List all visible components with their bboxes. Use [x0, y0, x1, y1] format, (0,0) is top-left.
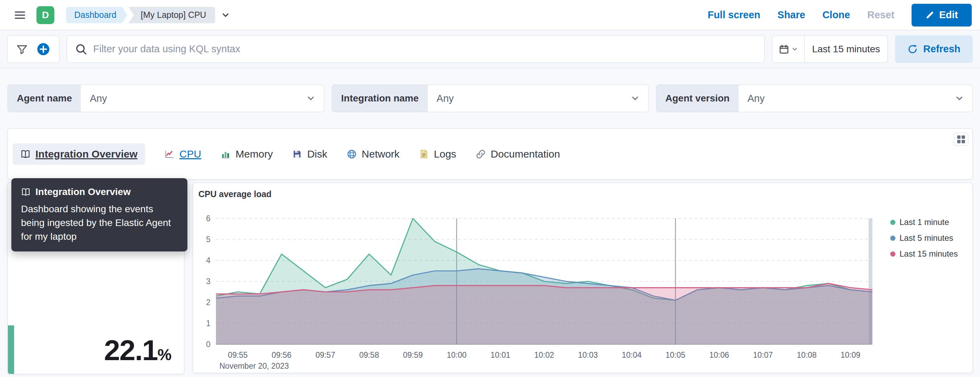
- edit-button-label: Edit: [939, 9, 958, 21]
- clone-link[interactable]: Clone: [822, 9, 850, 21]
- chevron-down-icon: [221, 10, 231, 20]
- breadcrumb-dashboard[interactable]: Dashboard: [66, 7, 127, 23]
- chevron-down-icon: [306, 94, 316, 103]
- tab-label: Integration Overview: [35, 148, 138, 160]
- svg-text:4: 4: [206, 256, 210, 265]
- tooltip-title: Integration Overview: [35, 186, 130, 197]
- metric-accent-bar: [8, 325, 14, 374]
- tab-label: Documentation: [491, 148, 560, 160]
- book-icon: [21, 187, 30, 197]
- add-filter-button[interactable]: [37, 42, 50, 56]
- tab-disk[interactable]: Disk: [292, 148, 327, 160]
- hamburger-menu-button[interactable]: [10, 5, 30, 25]
- control-value: Any: [81, 93, 306, 104]
- legend-item-last-5-minutes[interactable]: Last 5 minutes: [890, 233, 958, 243]
- svg-text:5: 5: [206, 235, 210, 244]
- reset-link[interactable]: Reset: [867, 9, 894, 21]
- links-panel: Integration Overview CPU Memory Disk Net…: [8, 128, 973, 180]
- tab-label: Logs: [434, 148, 456, 160]
- svg-text:November 20, 2023: November 20, 2023: [220, 361, 289, 371]
- space-avatar[interactable]: D: [37, 6, 54, 24]
- filter-controls-group: [7, 35, 59, 63]
- integration-overview-tooltip: Integration Overview Dashboard showing t…: [11, 178, 188, 251]
- svg-text:10:05: 10:05: [666, 350, 686, 360]
- pencil-icon: [925, 11, 934, 20]
- control-label: Integration name: [332, 85, 428, 112]
- chevron-down-icon: [630, 94, 640, 103]
- svg-text:10:07: 10:07: [753, 350, 773, 360]
- tab-label: Disk: [307, 148, 327, 160]
- control-value: Any: [738, 93, 955, 104]
- filter-button[interactable]: [16, 44, 27, 55]
- svg-text:3: 3: [206, 277, 210, 286]
- svg-text:10:08: 10:08: [797, 350, 817, 360]
- plus-in-circle-icon: [37, 42, 50, 56]
- svg-text:09:59: 09:59: [403, 350, 423, 360]
- svg-text:2: 2: [206, 298, 210, 307]
- tab-memory[interactable]: Memory: [220, 148, 273, 160]
- svg-text:10:06: 10:06: [710, 350, 729, 360]
- edit-button[interactable]: Edit: [912, 4, 972, 27]
- full-screen-link[interactable]: Full screen: [708, 9, 760, 21]
- calendar-icon: [779, 44, 789, 54]
- kql-search-input[interactable]: [93, 43, 756, 55]
- panel-options-button[interactable]: [954, 133, 968, 146]
- legend-dot: [890, 235, 896, 241]
- chevron-down-icon: [955, 94, 964, 103]
- svg-text:10:03: 10:03: [578, 350, 598, 360]
- metric-unit: %: [158, 346, 171, 364]
- legend-dot: [890, 220, 896, 225]
- control-integration-name[interactable]: Integration name Any: [332, 84, 649, 112]
- svg-text:09:58: 09:58: [360, 350, 379, 360]
- svg-text:09:55: 09:55: [228, 350, 248, 360]
- refresh-button[interactable]: Refresh: [895, 35, 973, 63]
- bar-chart-icon: [220, 149, 231, 159]
- tab-label: Memory: [235, 148, 273, 160]
- time-range-value[interactable]: Last 15 minutes: [805, 44, 888, 55]
- svg-text:10:01: 10:01: [490, 350, 510, 360]
- breadcrumb-menu-button[interactable]: [221, 10, 231, 20]
- control-label: Agent name: [8, 85, 81, 112]
- legend-label: Last 5 minutes: [899, 233, 953, 243]
- tab-integration-overview[interactable]: Integration Overview: [13, 143, 145, 165]
- control-value: Any: [428, 93, 630, 104]
- tab-label: CPU: [180, 148, 201, 160]
- query-bar: Last 15 minutes Refresh: [0, 30, 980, 68]
- svg-text:10:00: 10:00: [447, 350, 467, 360]
- svg-text:10:09: 10:09: [841, 350, 861, 360]
- tab-label: Network: [362, 148, 399, 160]
- metric-value: 22.1%: [104, 334, 171, 367]
- control-agent-name[interactable]: Agent name Any: [8, 84, 324, 112]
- control-label: Agent version: [656, 85, 738, 112]
- svg-text:09:56: 09:56: [272, 350, 291, 360]
- tab-cpu[interactable]: CPU: [164, 148, 201, 160]
- legend-label: Last 15 minutes: [899, 249, 958, 259]
- cpu-load-chart[interactable]: 012345609:5509:5609:5709:5809:5910:0010:…: [193, 183, 973, 373]
- cpu-average-load-panel: CPU average load 012345609:5509:5609:570…: [192, 183, 973, 373]
- chevron-down-icon: [791, 46, 798, 52]
- tab-logs[interactable]: Logs: [419, 148, 456, 160]
- link-icon: [476, 149, 486, 159]
- share-link[interactable]: Share: [778, 9, 805, 21]
- header-actions: Full screen Share Clone Reset Edit: [708, 4, 972, 27]
- refresh-icon: [907, 44, 918, 54]
- breadcrumb: Dashboard [My Laptop] CPU: [66, 7, 231, 23]
- globe-icon: [347, 149, 357, 159]
- book-icon: [20, 149, 30, 159]
- calendar-menu-button[interactable]: [772, 36, 805, 63]
- legend-dot: [890, 251, 896, 257]
- tab-network[interactable]: Network: [347, 148, 399, 160]
- filter-funnel-icon: [16, 44, 27, 55]
- log-page-icon: [419, 149, 429, 159]
- svg-text:09:57: 09:57: [315, 350, 335, 360]
- refresh-button-label: Refresh: [923, 43, 960, 55]
- legend-item-last-15-minutes[interactable]: Last 15 minutes: [890, 249, 958, 259]
- legend-item-last-1-minute[interactable]: Last 1 minute: [890, 217, 958, 227]
- kql-search-box: [67, 35, 765, 63]
- breadcrumb-current-dashboard: [My Laptop] CPU: [128, 7, 215, 23]
- floppy-disk-icon: [292, 149, 302, 159]
- svg-text:6: 6: [206, 214, 210, 223]
- tab-documentation[interactable]: Documentation: [476, 148, 560, 160]
- controls-row: Agent name Any Integration name Any Agen…: [8, 84, 973, 112]
- control-agent-version[interactable]: Agent version Any: [656, 84, 973, 112]
